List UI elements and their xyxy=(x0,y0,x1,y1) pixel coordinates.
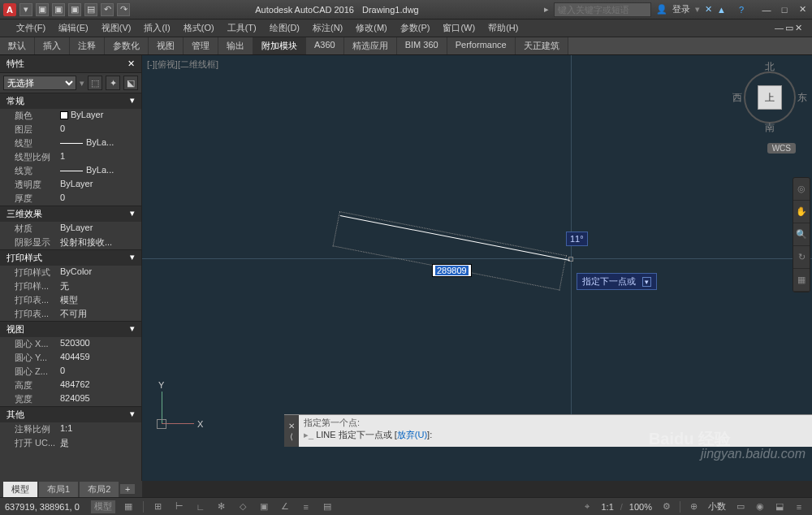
status-hardware-icon[interactable]: ⬓ xyxy=(771,500,788,513)
tab-model[interactable]: 模型 xyxy=(3,482,37,497)
status-transparency-icon[interactable]: ▤ xyxy=(319,500,335,513)
menu-item[interactable]: 绘图(D) xyxy=(263,20,306,36)
pickadd-icon[interactable]: ✦ xyxy=(106,76,120,90)
menu-item[interactable]: 窗口(W) xyxy=(436,20,482,36)
properties-row[interactable]: 打印表...模型 xyxy=(0,293,141,307)
dynamic-prompt[interactable]: 指定下一点或 ▾ xyxy=(577,273,657,290)
nav-zoom-icon[interactable]: 🔍 xyxy=(793,223,810,246)
nav-orbit-icon[interactable]: ↻ xyxy=(793,246,810,269)
signin-label[interactable]: 登录 xyxy=(672,3,690,15)
properties-row[interactable]: 颜色ByLayer xyxy=(0,109,141,123)
menu-item[interactable]: 视图(V) xyxy=(95,20,138,36)
properties-row[interactable]: 圆心 X...520300 xyxy=(0,337,141,351)
mdi-close-icon[interactable]: ✕ xyxy=(795,23,802,33)
properties-section-header[interactable]: 视图▾ xyxy=(0,321,141,337)
status-customize-icon[interactable]: ≡ xyxy=(791,500,807,513)
status-lineweight-icon[interactable]: ≡ xyxy=(298,500,314,513)
cmdline-input[interactable]: ▸_ LINE 指定下一点或 [放弃(U)]: xyxy=(304,429,807,441)
status-polar-icon[interactable]: ✻ xyxy=(214,500,230,513)
properties-row[interactable]: 圆心 Y...404459 xyxy=(0,351,141,365)
selection-dropdown[interactable]: 无选择 xyxy=(3,76,76,90)
viewport-label[interactable]: [-][俯视][二维线框] xyxy=(147,58,218,71)
wcs-badge[interactable]: WCS xyxy=(767,143,796,154)
status-otrack-icon[interactable]: ∠ xyxy=(277,500,293,513)
ribbon-tab[interactable]: 插入 xyxy=(35,37,70,54)
properties-row[interactable]: 阴影显示投射和接收... xyxy=(0,236,141,249)
quickselect-icon[interactable]: ⬚ xyxy=(88,76,102,90)
nav-showmotion-icon[interactable]: ▦ xyxy=(793,269,810,292)
properties-close-icon[interactable]: ✕ xyxy=(127,58,135,69)
status-modelspace-toggle[interactable]: 模型 xyxy=(91,500,115,513)
status-annoscale-icon[interactable]: ⌖ xyxy=(579,500,595,513)
ribbon-tab[interactable]: 参数化 xyxy=(105,37,149,54)
ribbon-tab[interactable]: A360 xyxy=(306,37,344,54)
properties-row[interactable]: 打印表...不可用 xyxy=(0,307,141,321)
qat-saveas-icon[interactable]: ▣ xyxy=(68,3,81,16)
menu-item[interactable]: 参数(P) xyxy=(394,20,437,36)
properties-row[interactable]: 宽度824095 xyxy=(0,392,141,406)
ribbon-tab[interactable]: 注释 xyxy=(70,37,105,54)
app-logo[interactable]: A xyxy=(3,3,16,16)
status-ortho-icon[interactable]: ∟ xyxy=(192,500,209,513)
nav-pan-icon[interactable]: ✋ xyxy=(793,201,810,223)
properties-row[interactable]: 线宽ByLa... xyxy=(0,164,141,178)
properties-row[interactable]: 注释比例1:1 xyxy=(0,422,141,436)
menu-item[interactable]: 帮助(H) xyxy=(482,20,525,36)
menu-item[interactable]: 编辑(E) xyxy=(52,20,95,36)
properties-row[interactable]: 材质ByLayer xyxy=(0,222,141,236)
cmdline-close-icon[interactable]: ✕ xyxy=(288,422,295,431)
menu-item[interactable]: 格式(O) xyxy=(177,20,221,36)
ribbon-tab[interactable]: BIM 360 xyxy=(397,37,447,54)
status-isolate-icon[interactable]: ◉ xyxy=(752,500,768,513)
nav-wheel-icon[interactable]: ◎ xyxy=(793,178,810,201)
help-icon[interactable]: ? xyxy=(739,5,744,15)
viewcube-top-face[interactable]: 上 xyxy=(758,85,782,110)
properties-row[interactable]: 线型比例1 xyxy=(0,150,141,164)
status-wsswitch-icon[interactable]: ⊕ xyxy=(685,500,702,513)
properties-row[interactable]: 透明度ByLayer xyxy=(0,178,141,192)
status-units[interactable]: 小数 xyxy=(708,500,726,513)
properties-row[interactable]: 打印样式ByColor xyxy=(0,266,141,279)
minimize-icon[interactable]: — xyxy=(760,4,773,15)
properties-section-header[interactable]: 其他▾ xyxy=(0,406,141,422)
dynamic-length-input[interactable]: 289809 xyxy=(432,264,472,277)
ribbon-tab[interactable]: 默认 xyxy=(0,37,35,54)
qat-print-icon[interactable]: ▤ xyxy=(84,3,97,16)
qat-redo-icon[interactable]: ↷ xyxy=(117,3,130,16)
ribbon-tab[interactable]: 天正建筑 xyxy=(516,37,568,54)
signin-icon[interactable]: 👤 xyxy=(656,4,667,15)
ribbon-tab[interactable]: Performance xyxy=(447,37,516,54)
status-scale[interactable]: 1:1 xyxy=(602,502,614,512)
status-iso-icon[interactable]: ◇ xyxy=(235,500,251,513)
qat-new-icon[interactable]: ▾ xyxy=(19,3,32,16)
close-icon[interactable]: ✕ xyxy=(796,4,809,15)
ribbon-tab[interactable]: 输出 xyxy=(218,37,253,54)
cmdline-handle-icon[interactable]: ⟨ xyxy=(290,432,293,441)
properties-row[interactable]: 高度484762 xyxy=(0,379,141,392)
dynamic-prompt-options-icon[interactable]: ▾ xyxy=(642,277,651,287)
tab-layout[interactable]: 布局1 xyxy=(39,482,78,497)
tab-layout[interactable]: 布局2 xyxy=(80,482,119,497)
mdi-restore-icon[interactable]: ▭ xyxy=(785,23,793,33)
status-zoom[interactable]: 100% xyxy=(629,502,652,512)
qat-open-icon[interactable]: ▣ xyxy=(36,3,49,16)
menu-item[interactable]: 工具(T) xyxy=(221,20,263,36)
status-snap-icon[interactable]: ⊞ xyxy=(150,500,166,513)
menu-item[interactable]: 标注(N) xyxy=(306,20,349,36)
mdi-minimize-icon[interactable]: — xyxy=(775,23,784,33)
properties-row[interactable]: 圆心 Z...0 xyxy=(0,365,141,379)
status-grid-icon[interactable]: ▦ xyxy=(120,500,136,513)
qat-save-icon[interactable]: ▣ xyxy=(52,3,65,16)
selectobjects-icon[interactable]: ⬕ xyxy=(123,76,138,90)
add-layout-tab[interactable]: + xyxy=(120,484,135,494)
properties-section-header[interactable]: 打印样式▾ xyxy=(0,249,141,266)
menu-item[interactable]: 文件(F) xyxy=(10,20,52,36)
properties-section-header[interactable]: 常规▾ xyxy=(0,93,141,109)
properties-row[interactable]: 打印样...无 xyxy=(0,279,141,293)
maximize-icon[interactable]: □ xyxy=(778,4,791,15)
menu-item[interactable]: 修改(M) xyxy=(349,20,394,36)
qat-undo-icon[interactable]: ↶ xyxy=(101,3,114,16)
properties-section-header[interactable]: 三维效果▾ xyxy=(0,206,141,222)
status-gear-icon[interactable]: ⚙ xyxy=(659,500,675,513)
viewcube[interactable]: 北 南 东 西 上 xyxy=(737,65,802,130)
